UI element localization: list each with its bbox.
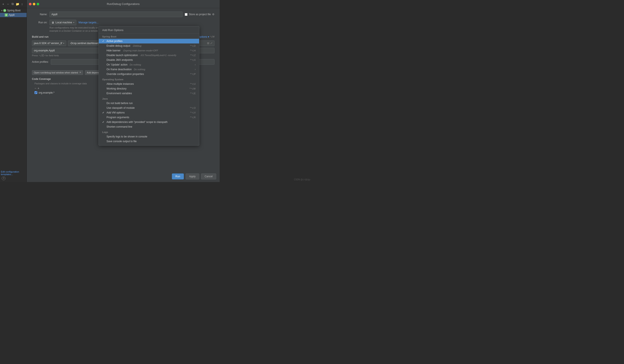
active-profiles-label: Active profiles: <box>32 60 49 63</box>
arrow-right-icon: › <box>195 63 196 66</box>
add-config-button[interactable]: + <box>1 2 5 6</box>
option-logs-console[interactable]: Specify logs to be shown in console <box>99 134 199 139</box>
help-icon[interactable]: ? <box>2 176 5 180</box>
edit-config-templates-link[interactable]: Edit configuration templates... <box>1 170 26 176</box>
traffic-lights <box>29 3 39 5</box>
option-working-directory[interactable]: Working directory ^⌥W <box>99 86 199 91</box>
option-add-vm-options[interactable]: ✓ Add VM options ^⌥V <box>99 110 199 115</box>
copy-config-button[interactable]: ⧉ <box>11 2 15 6</box>
apply-button[interactable]: Apply <box>185 173 199 179</box>
dropdown-arrow-icon: ▾ <box>73 22 74 24</box>
sidebar-app8-label: App8 <box>9 14 15 17</box>
java-sdk-label: java 8 SDK of 'version_8' <box>34 42 62 45</box>
manage-targets-link[interactable]: Manage targets... <box>78 21 98 24</box>
run-button[interactable]: Run <box>172 173 184 179</box>
watermark: CSDN @小道仙y <box>294 178 310 181</box>
sidebar-item-spring-boot[interactable]: ▾ ⚙ Spring Boot <box>0 8 26 13</box>
option-enable-debug[interactable]: Enable debug output -Ddebug ^⌥D <box>99 44 199 48</box>
minimize-button[interactable] <box>33 3 35 5</box>
options-section-spring-boot: Spring Boot <box>99 34 199 39</box>
tag-open-run: Open run/debug tool window when started … <box>32 70 83 75</box>
vm-field-icons: ⊞ ⤢ <box>207 42 212 45</box>
option-override-config[interactable]: Override configuration properties ^⌥P <box>99 72 199 76</box>
option-env-variables[interactable]: Environment variables ^⌥E <box>99 91 199 96</box>
sidebar-toolbar: + − ⧉ 📁 ↕ <box>0 0 26 8</box>
option-active-profiles[interactable]: ✓ Active profiles <box>99 39 199 44</box>
store-gear-icon[interactable]: ⚙ <box>212 13 214 16</box>
name-row: Name: Store as project file ⚙ <box>32 12 214 17</box>
dialog-footer: Run Apply Cancel <box>172 173 216 179</box>
dialog-title: Run/Debug Configurations <box>107 2 139 5</box>
add-vm-options-check-icon: ✓ <box>102 111 105 114</box>
tag-open-run-close-button[interactable]: ✕ <box>79 71 81 74</box>
option-allow-multiple[interactable]: Allow multiple instances ^⌥U <box>99 82 199 86</box>
option-disable-jmx[interactable]: Disable JMX endpoints ^⌥X <box>99 58 199 62</box>
spring-boot-icon: ⚙ <box>3 9 6 12</box>
sidebar-item-app8[interactable]: ◉ App8 <box>0 13 26 17</box>
coverage-add-button[interactable]: + <box>37 87 39 90</box>
add-deps-check-icon: ✓ <box>102 121 105 123</box>
run-on-value: Local machine <box>55 21 72 24</box>
dialog-titlebar: Run/Debug Configurations <box>27 0 220 8</box>
option-no-build[interactable]: Do not build before run <box>99 101 199 106</box>
add-run-options-panel: Add Run Options Spring Boot ✓ Active pro… <box>99 26 199 146</box>
sort-config-button[interactable]: ↕ <box>20 2 24 6</box>
coverage-item-checkbox[interactable] <box>34 91 37 94</box>
active-profiles-check-icon: ✓ <box>102 40 105 43</box>
java-dropdown-arrow-icon: ▾ <box>63 42 64 44</box>
sidebar: + − ⧉ 📁 ↕ ▾ ⚙ Spring Boot ◉ App8 Edit co… <box>0 0 27 182</box>
maximize-button[interactable] <box>37 3 39 5</box>
build-and-run-title: Build and run <box>32 35 49 38</box>
option-on-update-action[interactable]: On 'Update' action Do nothing › <box>99 62 199 67</box>
fullscreen-icon[interactable]: ⤢ <box>210 42 212 45</box>
sidebar-spring-boot-label: Spring Boot <box>7 9 21 12</box>
run-on-label: Run on: <box>32 21 47 24</box>
app8-icon: ◉ <box>5 14 8 17</box>
option-add-deps-provided[interactable]: ✓ Add dependencies with "provided" scope… <box>99 120 199 124</box>
options-section-logs: Logs <box>99 129 199 134</box>
arrow-right-icon-2: › <box>195 68 196 71</box>
expand-icon[interactable]: ⊞ <box>207 42 209 45</box>
add-run-options-title: Add Run Options <box>99 26 199 34</box>
store-as-project-file-label: Store as project file <box>189 13 211 16</box>
name-input[interactable] <box>50 12 182 17</box>
remove-config-button[interactable]: − <box>6 2 10 6</box>
computer-icon: 🖥 <box>52 21 54 24</box>
coverage-remove-button[interactable]: − <box>34 87 36 90</box>
chevron-down-icon: ▾ <box>208 35 209 38</box>
name-label: Name: <box>32 13 47 16</box>
run-on-select[interactable]: 🖥 Local machine ▾ <box>50 20 76 25</box>
store-as-project-file-row: Store as project file ⚙ <box>185 13 214 16</box>
run-on-row: Run on: 🖥 Local machine ▾ Manage targets… <box>32 20 214 25</box>
option-disable-launch-optimization[interactable]: Disable launch optimization -XX:TieredSt… <box>99 53 199 58</box>
option-shorten-cmdline[interactable]: Shorten command line <box>99 124 199 129</box>
cancel-button[interactable]: Cancel <box>201 173 216 179</box>
right-panel <box>220 0 312 182</box>
option-program-args[interactable]: Program arguments ^⌥R <box>99 115 199 120</box>
java-sdk-select[interactable]: java 8 SDK of 'version_8' ▾ <box>32 41 66 46</box>
modify-shortcut: ⌥M <box>210 35 214 38</box>
tag-open-run-label: Open run/debug tool window when started <box>34 71 78 74</box>
close-button[interactable] <box>29 3 31 5</box>
option-hide-banner[interactable]: Hide banner -Dspring.main.banner-mode=OF… <box>99 48 199 53</box>
folder-config-button[interactable]: 📁 <box>15 2 19 6</box>
coverage-item-text: org.example.* <box>39 91 54 94</box>
chevron-down-icon: ▾ <box>1 9 2 12</box>
option-use-classpath[interactable]: Use classpath of module ^⌥O <box>99 106 199 110</box>
option-save-console-output[interactable]: Save console output to file <box>99 139 199 144</box>
store-as-project-file-checkbox[interactable] <box>185 13 187 16</box>
options-section-java: Java <box>99 96 199 101</box>
option-on-frame-deactivation[interactable]: On frame deactivation Do nothing › <box>99 67 199 72</box>
options-section-os: Operating System <box>99 76 199 82</box>
